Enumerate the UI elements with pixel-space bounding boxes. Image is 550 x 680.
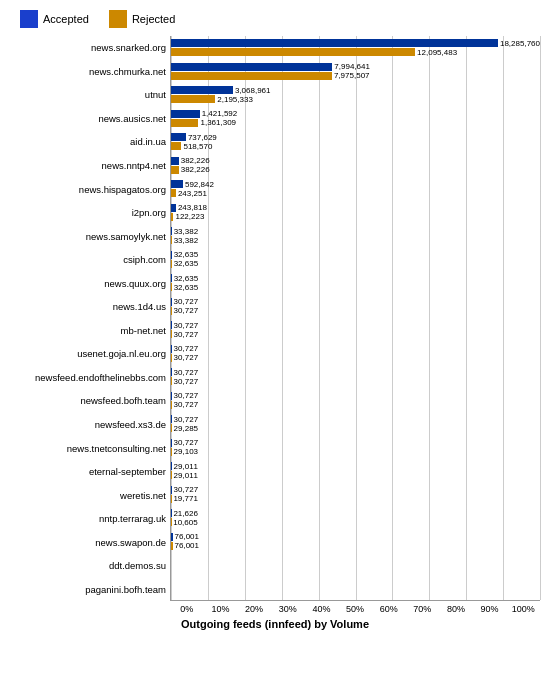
- accepted-bar-wrap: 30,727: [171, 368, 540, 376]
- chart-container: Accepted Rejected news.snarked.orgnews.c…: [0, 0, 550, 680]
- bar-row: 737,629518,570: [171, 130, 540, 154]
- x-axis-label: 70%: [405, 604, 439, 614]
- accepted-bar: [171, 251, 172, 259]
- accepted-bar-wrap: 30,727: [171, 392, 540, 400]
- rejected-bar-label: 243,251: [178, 189, 207, 198]
- accepted-bar-wrap: 76,001: [171, 533, 540, 541]
- bar-pair: 32,63532,635: [171, 251, 540, 268]
- y-label: news.quux.org: [10, 271, 170, 295]
- accepted-bar-wrap: 21,626: [171, 509, 540, 517]
- y-label: aid.in.ua: [10, 130, 170, 154]
- rejected-bar-label: 30,727: [174, 377, 198, 386]
- rejected-bar-label: 32,635: [174, 259, 198, 268]
- x-axis-label: 90%: [473, 604, 507, 614]
- accepted-bar: [171, 415, 172, 423]
- legend-accepted-box: [20, 10, 38, 28]
- bar-row: [171, 553, 540, 577]
- accepted-bar-wrap: 592,842: [171, 180, 540, 188]
- accepted-bar-label: 7,994,641: [334, 62, 370, 71]
- rejected-bar-wrap: 33,382: [171, 236, 540, 244]
- accepted-bar-wrap: 29,011: [171, 462, 540, 470]
- rejected-bar: [171, 142, 181, 150]
- rejected-bar-wrap: 30,727: [171, 354, 540, 362]
- rejected-bar: [171, 471, 172, 479]
- accepted-bar-label: 382,226: [181, 156, 210, 165]
- bar-pair: 32,63532,635: [171, 274, 540, 291]
- accepted-bar-wrap: 30,727: [171, 345, 540, 353]
- accepted-bar-label: 32,635: [174, 250, 198, 259]
- accepted-bar: [171, 439, 172, 447]
- bar-row: 32,63532,635: [171, 248, 540, 272]
- rejected-bar-wrap: 10,605: [171, 518, 540, 526]
- accepted-bar: [171, 110, 200, 118]
- rejected-bar-label: 32,635: [174, 283, 198, 292]
- x-axis-label: 60%: [372, 604, 406, 614]
- accepted-bar-label: 21,626: [173, 509, 197, 518]
- rejected-bar: [171, 189, 176, 197]
- bar-row: 30,72730,727: [171, 389, 540, 413]
- rejected-bar-label: 19,771: [173, 494, 197, 503]
- rejected-bar-label: 29,011: [174, 471, 198, 480]
- y-label: newsfeed.endofthelinebbs.com: [10, 366, 170, 390]
- grid-line: [540, 36, 541, 600]
- rejected-bar: [171, 283, 172, 291]
- accepted-bar-label: 1,421,592: [202, 109, 238, 118]
- bar-row: 30,72719,771: [171, 483, 540, 507]
- bar-pair: 33,38233,382: [171, 227, 540, 244]
- y-label: newsfeed.bofh.team: [10, 389, 170, 413]
- rejected-bar: [171, 260, 172, 268]
- rejected-bar-label: 33,382: [174, 236, 198, 245]
- rejected-bar-label: 30,727: [174, 330, 198, 339]
- bar-pair: 243,818122,223: [171, 204, 540, 221]
- rejected-bar-label: 7,975,507: [334, 71, 370, 80]
- rejected-bar-wrap: 30,727: [171, 307, 540, 315]
- bar-pair: 3,068,9612,195,333: [171, 86, 540, 103]
- bar-row: 30,72729,285: [171, 412, 540, 436]
- bar-row: 592,842243,251: [171, 177, 540, 201]
- bar-pair: 76,00176,001: [171, 533, 540, 550]
- bar-row: 21,62610,605: [171, 506, 540, 530]
- rejected-bar-label: 12,095,483: [417, 48, 457, 57]
- chart-area: news.snarked.orgnews.chmurka.netutnutnew…: [10, 36, 540, 601]
- accepted-bar-wrap: 243,818: [171, 204, 540, 212]
- rejected-bar-label: 122,223: [175, 212, 204, 221]
- bar-row: 243,818122,223: [171, 201, 540, 225]
- accepted-bar: [171, 321, 172, 329]
- accepted-bar-label: 30,727: [174, 297, 198, 306]
- y-label: eternal-september: [10, 460, 170, 484]
- accepted-bar-label: 33,382: [174, 227, 198, 236]
- y-label: news.snarked.org: [10, 36, 170, 60]
- bar-pair: [171, 580, 540, 597]
- bar-pair: 382,226382,226: [171, 157, 540, 174]
- accepted-bar-wrap: 30,727: [171, 321, 540, 329]
- bars-rows: 18,285,76012,095,4837,994,6417,975,5073,…: [171, 36, 540, 600]
- bar-row: 1,421,5921,361,309: [171, 107, 540, 131]
- accepted-bar-label: 30,727: [174, 344, 198, 353]
- bar-row: 30,72730,727: [171, 342, 540, 366]
- rejected-bar-label: 10,605: [173, 518, 197, 527]
- y-label: news.chmurka.net: [10, 60, 170, 84]
- bar-pair: 1,421,5921,361,309: [171, 110, 540, 127]
- x-axis-label: 0%: [170, 604, 204, 614]
- y-label: newsfeed.xs3.de: [10, 413, 170, 437]
- accepted-bar: [171, 274, 172, 282]
- rejected-bar-wrap: 30,727: [171, 330, 540, 338]
- rejected-bar-wrap: 243,251: [171, 189, 540, 197]
- bar-row: [171, 577, 540, 601]
- accepted-bar-label: 243,818: [178, 203, 207, 212]
- rejected-bar-label: 30,727: [174, 306, 198, 315]
- rejected-bar-wrap: 29,011: [171, 471, 540, 479]
- y-label: ddt.demos.su: [10, 554, 170, 578]
- bar-pair: 30,72719,771: [171, 486, 540, 503]
- bar-pair: 592,842243,251: [171, 180, 540, 197]
- accepted-bar-wrap: 18,285,760: [171, 39, 540, 47]
- accepted-bar-label: 30,727: [174, 368, 198, 377]
- rejected-bar-wrap: 76,001: [171, 542, 540, 550]
- x-axis-title: Outgoing feeds (innfeed) by Volume: [10, 618, 540, 630]
- accepted-bar-label: 30,727: [174, 438, 198, 447]
- bar-pair: [171, 556, 540, 573]
- rejected-bar-label: 30,727: [174, 353, 198, 362]
- x-axis-labels: 0%10%20%30%40%50%60%70%80%90%100%: [170, 601, 540, 614]
- accepted-bar-label: 32,635: [174, 274, 198, 283]
- bar-pair: 21,62610,605: [171, 509, 540, 526]
